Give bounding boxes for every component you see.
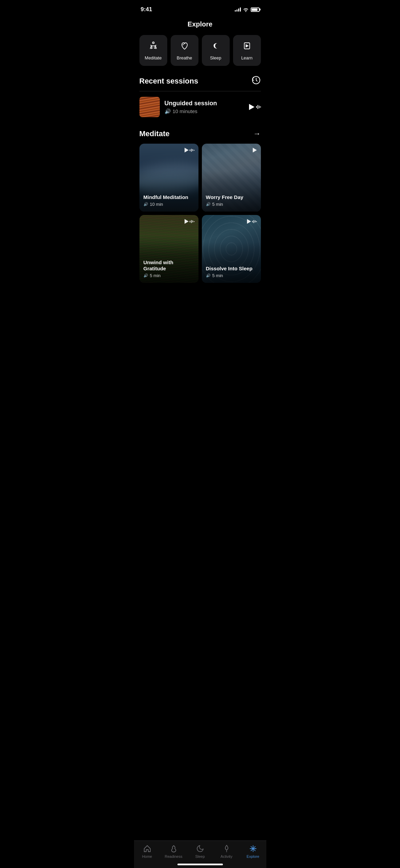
learn-icon: [242, 40, 252, 53]
card-info-unwind: Unwind with Gratitude 🔊 5 min: [144, 259, 194, 278]
card-title-mindful: Mindful Meditation: [144, 194, 194, 200]
card-speaker-icon-worry: 🔊: [206, 202, 211, 206]
card-speaker-icon-dissolve: 🔊: [206, 273, 211, 278]
meditation-cards-bottom: Unwind with Gratitude 🔊 5 min: [139, 215, 261, 283]
page-header: Explore: [134, 17, 266, 35]
meditation-card-worry[interactable]: Worry Free Day 🔊 5 min: [202, 144, 261, 212]
card-info-dissolve: Dissolve Into Sleep 🔊 5 min: [206, 266, 257, 278]
category-label-learn: Learn: [241, 55, 252, 60]
meditate-icon: [148, 40, 159, 53]
meditation-card-unwind[interactable]: Unwind with Gratitude 🔊 5 min: [139, 215, 198, 283]
session-item[interactable]: Unguided session 🔊 10 minutes: [134, 91, 266, 123]
card-speaker-icon: 🔊: [144, 202, 148, 206]
wifi-icon: [243, 7, 249, 12]
card-info-mindful: Mindful Meditation 🔊 10 min: [144, 194, 194, 207]
recent-sessions-title: Recent sessions: [139, 77, 198, 86]
session-play-button[interactable]: [249, 104, 261, 110]
svg-point-0: [152, 42, 154, 44]
battery-icon: [251, 7, 260, 12]
meditation-card-mindful[interactable]: Mindful Meditation 🔊 10 min: [139, 144, 198, 212]
category-grid: Meditate Breathe Sleep: [134, 35, 266, 74]
card-title-dissolve: Dissolve Into Sleep: [206, 266, 257, 272]
card-meta-unwind: 🔊 5 min: [144, 273, 194, 278]
signal-icon: [235, 7, 241, 12]
card-play-wave-icon-unwind: [185, 219, 194, 224]
meditation-cards-top: Mindful Meditation 🔊 10 min: [139, 144, 261, 212]
card-speaker-icon-unwind: 🔊: [144, 273, 148, 278]
speaker-icon: 🔊: [165, 108, 171, 114]
recent-sessions-history-icon[interactable]: [251, 75, 261, 87]
category-card-learn[interactable]: Learn: [233, 35, 261, 66]
card-info-worry: Worry Free Day 🔊 5 min: [206, 194, 257, 207]
session-duration: 10 minutes: [173, 108, 197, 114]
breathe-icon: [179, 40, 190, 53]
card-duration-worry: 5 min: [212, 202, 223, 207]
card-meta-worry: 🔊 5 min: [206, 202, 257, 207]
meditate-section: Meditate →: [134, 123, 266, 283]
card-duration-dissolve: 5 min: [212, 273, 223, 278]
category-label-sleep: Sleep: [210, 55, 221, 60]
card-play-wave-icon: [185, 148, 194, 152]
card-title-worry: Worry Free Day: [206, 194, 257, 200]
sleep-icon: [210, 40, 221, 53]
card-duration-unwind: 5 min: [150, 273, 161, 278]
card-duration-mindful: 10 min: [150, 202, 163, 207]
card-title-unwind: Unwind with Gratitude: [144, 259, 194, 272]
page-title: Explore: [134, 20, 266, 28]
category-card-sleep[interactable]: Sleep: [202, 35, 230, 66]
session-info: Unguided session 🔊 10 minutes: [165, 100, 244, 114]
card-meta-mindful: 🔊 10 min: [144, 202, 194, 207]
meditation-card-dissolve[interactable]: Dissolve Into Sleep 🔊 5 min: [202, 215, 261, 283]
status-bar: 9:41: [134, 0, 266, 17]
card-play-icon-worry: [253, 148, 257, 152]
session-meta: 🔊 10 minutes: [165, 108, 244, 114]
session-thumbnail: [139, 97, 160, 117]
session-name: Unguided session: [165, 100, 244, 107]
meditate-see-all-arrow[interactable]: →: [253, 129, 261, 138]
category-label-meditate: Meditate: [145, 55, 162, 60]
svg-marker-2: [246, 44, 249, 48]
meditate-title: Meditate: [139, 129, 170, 138]
category-card-breathe[interactable]: Breathe: [171, 35, 198, 66]
category-card-meditate[interactable]: Meditate: [139, 35, 167, 66]
meditate-header: Meditate →: [139, 129, 261, 138]
status-time: 9:41: [141, 6, 152, 13]
card-play-wave-icon-dissolve: [247, 219, 257, 224]
category-label-breathe: Breathe: [177, 55, 192, 60]
status-icons: [235, 7, 260, 12]
card-meta-dissolve: 🔊 5 min: [206, 273, 257, 278]
recent-sessions-header: Recent sessions: [134, 74, 266, 91]
